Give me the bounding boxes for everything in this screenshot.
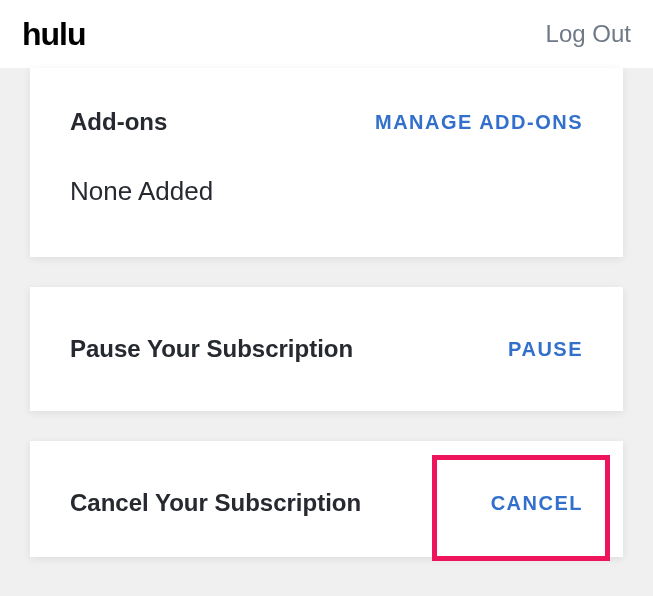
pause-row: Pause Your Subscription PAUSE: [70, 335, 583, 363]
addons-status: None Added: [70, 176, 583, 207]
logout-link[interactable]: Log Out: [546, 20, 631, 48]
addons-header-row: Add-ons MANAGE ADD-ONS: [70, 108, 583, 136]
pause-button[interactable]: PAUSE: [508, 338, 583, 361]
addons-title: Add-ons: [70, 108, 167, 136]
hulu-logo: hulu: [22, 16, 86, 53]
cancel-title: Cancel Your Subscription: [70, 489, 361, 517]
content-area: Add-ons MANAGE ADD-ONS None Added Pause …: [0, 68, 653, 557]
header: hulu Log Out: [0, 0, 653, 68]
pause-card: Pause Your Subscription PAUSE: [30, 287, 623, 411]
manage-addons-link[interactable]: MANAGE ADD-ONS: [375, 111, 583, 134]
pause-title: Pause Your Subscription: [70, 335, 353, 363]
cancel-row: Cancel Your Subscription CANCEL: [70, 489, 583, 517]
cancel-button[interactable]: CANCEL: [491, 492, 583, 515]
addons-card: Add-ons MANAGE ADD-ONS None Added: [30, 68, 623, 257]
cancel-card: Cancel Your Subscription CANCEL: [30, 441, 623, 557]
